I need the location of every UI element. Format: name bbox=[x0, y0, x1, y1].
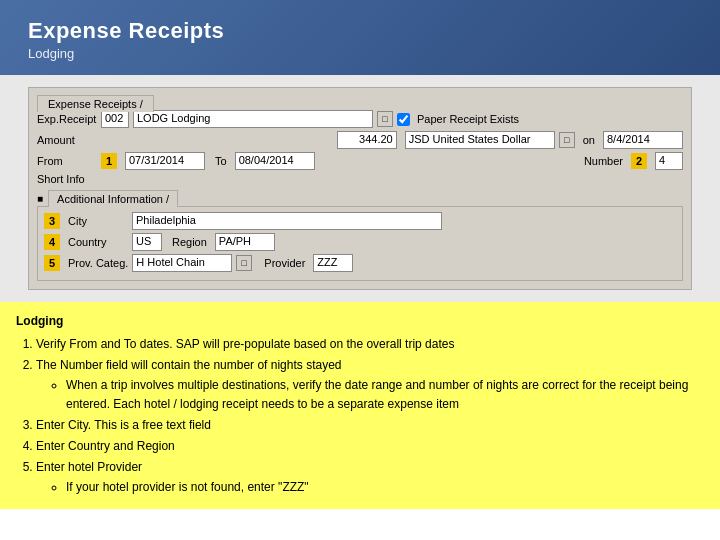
paper-receipt-checkbox[interactable] bbox=[397, 113, 410, 126]
notes-section: Lodging Verify From and To dates. SAP wi… bbox=[0, 302, 720, 509]
number-label: Number bbox=[584, 155, 623, 167]
short-info-row: Short Info bbox=[37, 173, 683, 185]
country-row: 4 Country US Region PA/PH bbox=[44, 233, 676, 251]
on-date-field[interactable]: 8/4/2014 bbox=[603, 131, 683, 149]
addl-tab-label: Acditional Information bbox=[57, 193, 163, 205]
currency-field[interactable]: JSD United States Dollar bbox=[405, 131, 555, 149]
page-header: Expense Receipts Lodging bbox=[0, 0, 720, 75]
number-value[interactable]: 4 bbox=[655, 152, 683, 170]
addl-tab[interactable]: Acditional Information / bbox=[48, 190, 178, 207]
additional-info-section: ■ Acditional Information / 3 City Philad… bbox=[37, 189, 683, 281]
provider-label: Provider bbox=[264, 257, 305, 269]
list-item: Enter hotel Provider If your hotel provi… bbox=[36, 458, 704, 496]
sub-list: When a trip involves multiple destinatio… bbox=[66, 376, 704, 414]
notes-title: Lodging bbox=[16, 312, 704, 331]
main-content: Expense Receipts / Exp.Receipt 002 LODG … bbox=[0, 75, 720, 302]
to-date-field[interactable]: 08/04/2014 bbox=[235, 152, 315, 170]
amount-label: Amount bbox=[37, 134, 97, 146]
exp-receipt-picker-icon[interactable]: □ bbox=[377, 111, 393, 127]
region-field[interactable]: PA/PH bbox=[215, 233, 275, 251]
addl-icon: ■ bbox=[37, 193, 43, 204]
number-badge: 2 bbox=[631, 153, 647, 169]
from-badge: 1 bbox=[101, 153, 117, 169]
list-item: Verify From and To dates. SAP will pre-p… bbox=[36, 335, 704, 354]
list-item: When a trip involves multiple destinatio… bbox=[66, 376, 704, 414]
on-label: on bbox=[583, 134, 595, 146]
country-label: Country bbox=[68, 236, 128, 248]
region-label: Region bbox=[172, 236, 207, 248]
page-subtitle: Lodging bbox=[28, 46, 692, 61]
expense-receipts-panel: Expense Receipts / Exp.Receipt 002 LODG … bbox=[28, 87, 692, 290]
from-label: From bbox=[37, 155, 97, 167]
prov-categ-picker-icon[interactable]: □ bbox=[236, 255, 252, 271]
amount-value[interactable]: 344.20 bbox=[337, 131, 397, 149]
tab-label: Expense Receipts bbox=[48, 98, 137, 110]
city-label: City bbox=[68, 215, 128, 227]
from-to-row: From 1 07/31/2014 To 08/04/2014 Number 2… bbox=[37, 152, 683, 170]
prov-categ-row: 5 Prov. Categ. H Hotel Chain □ Provider … bbox=[44, 254, 676, 272]
provider-field[interactable]: ZZZ bbox=[313, 254, 353, 272]
city-row: 3 City Philadelphia bbox=[44, 212, 676, 230]
tab-divider: / bbox=[140, 98, 143, 110]
currency-picker-icon[interactable]: □ bbox=[559, 132, 575, 148]
list-item: Enter Country and Region bbox=[36, 437, 704, 456]
prov-categ-field[interactable]: H Hotel Chain bbox=[132, 254, 232, 272]
list-item: If your hotel provider is not found, ent… bbox=[66, 478, 704, 497]
prov-categ-label: Prov. Categ. bbox=[68, 257, 128, 269]
notes-list: Verify From and To dates. SAP will pre-p… bbox=[36, 335, 704, 497]
expense-receipts-tab[interactable]: Expense Receipts / bbox=[37, 95, 154, 112]
exp-receipt-row: Exp.Receipt 002 LODG Lodging □ Paper Rec… bbox=[37, 110, 683, 128]
prov-badge: 5 bbox=[44, 255, 60, 271]
exp-receipt-label: Exp.Receipt bbox=[37, 113, 97, 125]
country-field[interactable]: US bbox=[132, 233, 162, 251]
exp-receipt-num: 002 bbox=[101, 110, 129, 128]
country-badge: 4 bbox=[44, 234, 60, 250]
list-item: The Number field will contain the number… bbox=[36, 356, 704, 414]
short-info-label: Short Info bbox=[37, 173, 97, 185]
list-item: Enter City. This is a free text field bbox=[36, 416, 704, 435]
to-label: To bbox=[215, 155, 227, 167]
from-date-field[interactable]: 07/31/2014 bbox=[125, 152, 205, 170]
city-badge: 3 bbox=[44, 213, 60, 229]
paper-receipt-label: Paper Receipt Exists bbox=[417, 113, 519, 125]
exp-receipt-desc[interactable]: LODG Lodging bbox=[133, 110, 373, 128]
amount-row: Amount 344.20 JSD United States Dollar □… bbox=[37, 131, 683, 149]
page-title: Expense Receipts bbox=[28, 18, 692, 44]
sub-list: If your hotel provider is not found, ent… bbox=[66, 478, 704, 497]
city-field[interactable]: Philadelphia bbox=[132, 212, 442, 230]
addl-body: 3 City Philadelphia 4 Country US Region … bbox=[37, 206, 683, 281]
